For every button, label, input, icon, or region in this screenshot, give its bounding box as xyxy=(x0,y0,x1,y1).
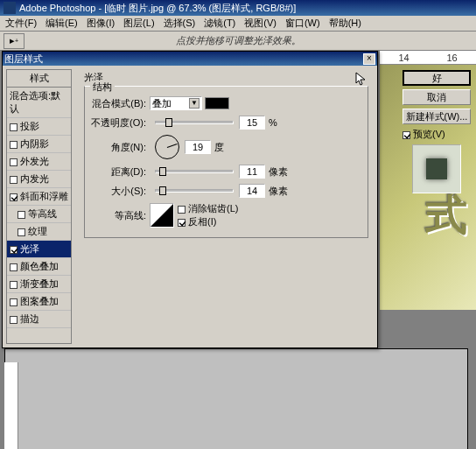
style-checkbox[interactable] xyxy=(18,211,25,219)
ok-button[interactable]: 好 xyxy=(402,70,471,86)
style-checkbox[interactable] xyxy=(10,158,18,166)
style-checkbox[interactable] xyxy=(10,176,18,184)
ruler-horizontal: 14 16 xyxy=(380,51,476,65)
opacity-input[interactable]: 15 xyxy=(239,116,265,130)
contour-picker[interactable] xyxy=(150,203,174,228)
distance-slider[interactable] xyxy=(155,170,234,173)
menu-layer[interactable]: 图层(L) xyxy=(123,17,154,30)
menu-window[interactable]: 窗口(W) xyxy=(285,17,320,30)
options-bar: ▸+ 点按并拖移可调整光泽效果。 xyxy=(0,32,476,51)
style-item-光泽[interactable]: 光泽 xyxy=(7,241,71,258)
structure-group: 结构 混合模式(B): 叠加▼ 不透明度(O): 15 % 角度(N): xyxy=(84,86,368,238)
dialog-title: 图层样式 xyxy=(4,53,43,66)
style-checkbox[interactable] xyxy=(10,263,18,271)
blend-mode-label: 混合模式(B): xyxy=(90,97,146,110)
distance-label: 距离(D): xyxy=(90,165,146,179)
style-checkbox[interactable] xyxy=(10,193,18,201)
style-checkbox[interactable] xyxy=(10,141,18,149)
menu-view[interactable]: 视图(V) xyxy=(244,17,276,30)
new-style-button[interactable]: 新建样式(W)... xyxy=(402,109,471,124)
close-icon[interactable]: × xyxy=(363,53,375,65)
style-checkbox[interactable] xyxy=(10,246,18,254)
angle-dial[interactable] xyxy=(155,135,179,159)
menubar: 文件(F) 编辑(E) 图像(I) 图层(L) 选择(S) 滤镜(T) 视图(V… xyxy=(0,16,476,32)
dialog-buttons: 好 取消 新建样式(W)... 预览(V) xyxy=(402,70,471,193)
ruler-vertical xyxy=(4,362,18,449)
size-label: 大小(S): xyxy=(90,185,146,198)
style-item-内发光[interactable]: 内发光 xyxy=(7,171,71,188)
blend-mode-select[interactable]: 叠加▼ xyxy=(150,96,202,110)
style-item-纹理[interactable]: 纹理 xyxy=(7,223,71,241)
preview-checkbox[interactable] xyxy=(402,131,410,139)
move-tool-icon[interactable]: ▸+ xyxy=(4,33,24,49)
styles-list: 样式 混合选项:默认 投影内阴影外发光内发光斜面和浮雕等高线纹理光泽颜色叠加渐变… xyxy=(6,69,72,344)
style-item-等高线[interactable]: 等高线 xyxy=(7,206,71,223)
style-checkbox[interactable] xyxy=(10,281,18,289)
dialog-titlebar[interactable]: 图层样式 × xyxy=(3,52,377,66)
style-item-投影[interactable]: 投影 xyxy=(7,118,71,136)
preview-swatch xyxy=(412,144,461,193)
color-swatch[interactable] xyxy=(205,97,229,109)
style-item-渐变叠加[interactable]: 渐变叠加 xyxy=(7,276,71,293)
layer-text: 式 xyxy=(425,187,467,243)
style-item-图案叠加[interactable]: 图案叠加 xyxy=(7,293,71,311)
contour-label: 等高线: xyxy=(90,209,146,222)
menu-image[interactable]: 图像(I) xyxy=(87,17,115,30)
style-checkbox[interactable] xyxy=(18,228,25,236)
options-hint: 点按并拖移可调整光泽效果。 xyxy=(176,34,301,47)
app-title: Adobe Photoshop - [临时 图片.jpg @ 67.3% (图层… xyxy=(19,2,296,15)
size-input[interactable]: 14 xyxy=(239,184,265,198)
style-item-描边[interactable]: 描边 xyxy=(7,311,71,328)
style-item-颜色叠加[interactable]: 颜色叠加 xyxy=(7,258,71,276)
style-item-内阴影[interactable]: 内阴影 xyxy=(7,136,71,153)
style-checkbox[interactable] xyxy=(10,316,18,324)
chevron-down-icon: ▼ xyxy=(189,98,200,109)
blend-options-item[interactable]: 混合选项:默认 xyxy=(7,88,71,118)
angle-label: 角度(N): xyxy=(90,141,146,154)
styles-header[interactable]: 样式 xyxy=(7,70,71,88)
size-slider[interactable] xyxy=(155,189,234,193)
menu-edit[interactable]: 编辑(E) xyxy=(46,17,78,30)
structure-legend: 结构 xyxy=(90,81,115,94)
menu-file[interactable]: 文件(F) xyxy=(5,17,37,30)
settings-panel: 光泽 结构 混合模式(B): 叠加▼ 不透明度(O): 15 % 角 xyxy=(75,66,377,347)
distance-input[interactable]: 11 xyxy=(239,165,265,179)
canvas-secondary xyxy=(4,348,468,449)
opacity-slider[interactable] xyxy=(155,121,234,124)
layer-style-dialog: 图层样式 × 样式 混合选项:默认 投影内阴影外发光内发光斜面和浮雕等高线纹理光… xyxy=(2,51,378,348)
app-icon xyxy=(4,2,16,14)
menu-filter[interactable]: 滤镜(T) xyxy=(204,17,235,30)
style-item-外发光[interactable]: 外发光 xyxy=(7,153,71,171)
style-checkbox[interactable] xyxy=(10,298,18,306)
opacity-label: 不透明度(O): xyxy=(90,116,146,130)
menu-select[interactable]: 选择(S) xyxy=(164,17,196,30)
style-checkbox[interactable] xyxy=(10,123,18,131)
style-item-斜面和浮雕[interactable]: 斜面和浮雕 xyxy=(7,188,71,206)
angle-input[interactable]: 19 xyxy=(185,140,211,154)
app-titlebar: Adobe Photoshop - [临时 图片.jpg @ 67.3% (图层… xyxy=(0,0,476,16)
panel-title: 光泽 xyxy=(84,71,368,84)
cancel-button[interactable]: 取消 xyxy=(402,89,471,105)
invert-checkbox[interactable] xyxy=(178,219,186,227)
antialias-checkbox[interactable] xyxy=(178,206,186,214)
menu-help[interactable]: 帮助(H) xyxy=(329,17,361,30)
